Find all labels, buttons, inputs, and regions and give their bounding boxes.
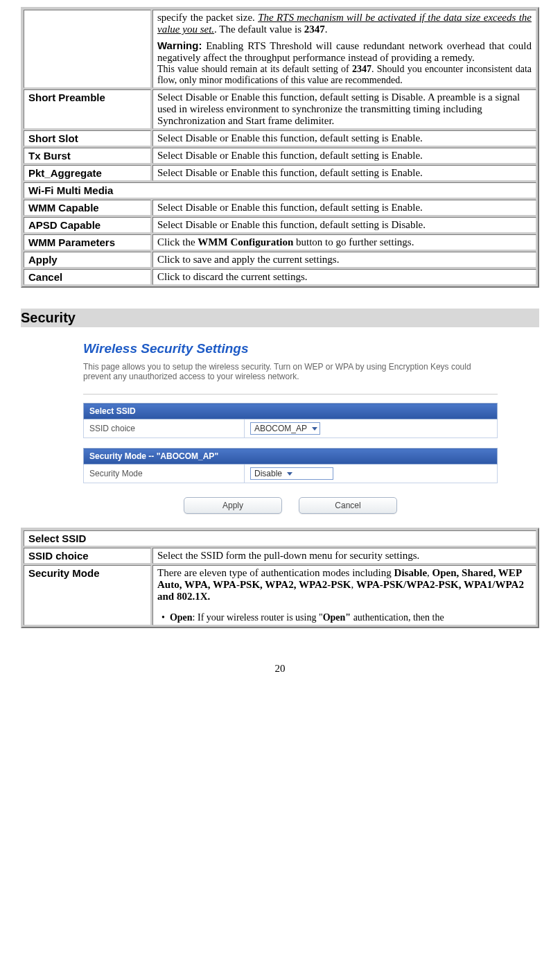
tx-burst-label: Tx Burst [24,148,151,164]
chevron-down-icon [312,427,317,431]
security-mode-desc-cell: There are eleven type of authentication … [152,565,536,625]
short-preamble-label: Short Preamble [24,89,151,129]
secmode-bullet: • Open: If your wireless router is using… [157,612,532,623]
rts-postdot: . The default value is [214,24,304,35]
rts-note-block: This value should remain at its default … [157,64,532,86]
apply-button[interactable]: Apply [184,497,282,514]
rts-row: specify the packet size. The RTS mechani… [24,10,536,88]
cancel-button[interactable]: Cancel [299,497,397,514]
ss-secmode-row: Security Mode Disable [84,465,498,483]
ssid-choice-dropdown[interactable]: ABOCOM_AP [250,422,320,435]
security-screenshot: Wireless Security Settings This page all… [21,334,539,528]
rts-desc-cell: specify the packet size. The RTS mechani… [152,10,536,88]
wmm-params-post: button to go further settings. [293,236,414,248]
warning-label: Warning: [157,40,202,51]
short-slot-desc: Select Disable or Enable this function, … [152,130,536,146]
wmm-params-desc-cell: Click the WMM Configuration button to go… [152,234,536,250]
wmm-params-pre: Click the [157,236,198,248]
rts-label-cell [24,10,151,88]
cancel-desc: Click to discard the current settings. [152,269,536,285]
ssid-choice-desc: Select the SSID form the pull-down menu … [152,548,536,564]
ss-ssid-label: SSID choice [84,419,245,438]
apsd-capable-label: APSD Capable [24,217,151,233]
apsd-capable-row: APSD Capable Select Disable or Enable th… [24,217,536,233]
security-mode-dropdown[interactable]: Disable [250,467,333,480]
tx-burst-desc: Select Disable or Enable this function, … [152,148,536,164]
cancel-row: Cancel Click to discard the current sett… [24,269,536,285]
select-ssid-header: Select SSID [24,530,536,546]
ss-buttons: Apply Cancel [83,497,498,514]
pkt-aggregate-row: Pkt_Aggregate Select Disable or Enable t… [24,165,536,181]
wmm-section-header: Wi-Fi Multi Media [24,182,536,198]
chevron-down-icon [287,472,292,476]
ss-ssid-header: Select SSID [84,404,498,419]
ss-secmode-header-row: Security Mode -- "ABOCOM_AP" [84,449,498,465]
security-mode-label: Security Mode [24,565,151,625]
apsd-capable-desc: Select Disable or Enable this function, … [152,217,536,233]
ss-title: Wireless Security Settings [83,341,498,356]
ss-ssid-header-row: Select SSID [84,404,498,419]
bullet-bold: Open" [323,612,351,623]
security-mode-row: Security Mode There are eleven type of a… [24,565,536,625]
params-table-ssid: Select SSID SSID choice Select the SSID … [21,528,539,628]
rts-postdot2: . [325,24,328,35]
wmm-capable-desc: Select Disable or Enable this function, … [152,200,536,216]
wmm-section-row: Wi-Fi Multi Media [24,182,536,198]
ss-ssid-value-cell: ABOCOM_AP [245,419,498,438]
ssid-choice-value: ABOCOM_AP [254,424,307,433]
pkt-aggregate-label: Pkt_Aggregate [24,165,151,181]
secmode-mid: , [427,567,432,578]
rts-note: This value should remain at its default … [157,64,352,74]
cancel-label: Cancel [24,269,151,285]
ss-ssid-table: Select SSID SSID choice ABOCOM_AP [83,403,498,438]
select-ssid-section-row: Select SSID [24,530,536,546]
secmode-pre: There are eleven type of authentication … [157,567,394,578]
ss-secmode-label: Security Mode [84,465,245,483]
security-heading: Security [21,309,539,327]
rts-pre: specify the packet size. [157,12,258,23]
short-slot-label: Short Slot [24,130,151,146]
short-preamble-row: Short Preamble Select Disable or Enable … [24,89,536,129]
warning-text: Enabling RTS Threshold will cause redund… [157,40,532,63]
bullet-label: Open [170,612,193,623]
secmode-b1: Disable [394,567,428,578]
ss-desc: This page allows you to setup the wirele… [83,362,498,381]
rts-note-bold: 2347 [352,64,371,74]
wmm-params-bold: WMM Configuration [198,236,293,248]
pkt-aggregate-desc: Select Disable or Enable this function, … [152,165,536,181]
ssid-choice-label: SSID choice [24,548,151,564]
tx-burst-row: Tx Burst Select Disable or Enable this f… [24,148,536,164]
short-slot-row: Short Slot Select Disable or Enable this… [24,130,536,146]
security-mode-value: Disable [254,469,282,478]
ssid-choice-row: SSID choice Select the SSID form the pul… [24,548,536,564]
wmm-capable-label: WMM Capable [24,200,151,216]
params-table-top: specify the packet size. The RTS mechani… [21,7,539,288]
page-number: 20 [0,663,560,682]
apply-row: Apply Click to save and apply the curren… [24,252,536,268]
ss-divider [83,394,498,395]
ss-secmode-table: Security Mode -- "ABOCOM_AP" Security Mo… [83,448,498,483]
apply-desc: Click to save and apply the current sett… [152,252,536,268]
short-preamble-desc: Select Disable or Enable this function, … [152,89,536,129]
rts-warning-block: Warning: Enabling RTS Threshold will cau… [157,40,532,64]
wmm-capable-row: WMM Capable Select Disable or Enable thi… [24,200,536,216]
wmm-params-row: WMM Parameters Click the WMM Configurati… [24,234,536,250]
ss-secmode-header: Security Mode -- "ABOCOM_AP" [84,449,498,465]
bullet-text: : If your wireless router is using " [193,612,323,623]
wmm-params-label: WMM Parameters [24,234,151,250]
rts-default: 2347 [304,24,325,35]
bullet-post: authentication, then the [351,612,444,623]
ss-secmode-value-cell: Disable [245,465,498,483]
apply-label: Apply [24,252,151,268]
secmode-mid2: , [351,579,356,590]
ss-ssid-row: SSID choice ABOCOM_AP [84,419,498,438]
